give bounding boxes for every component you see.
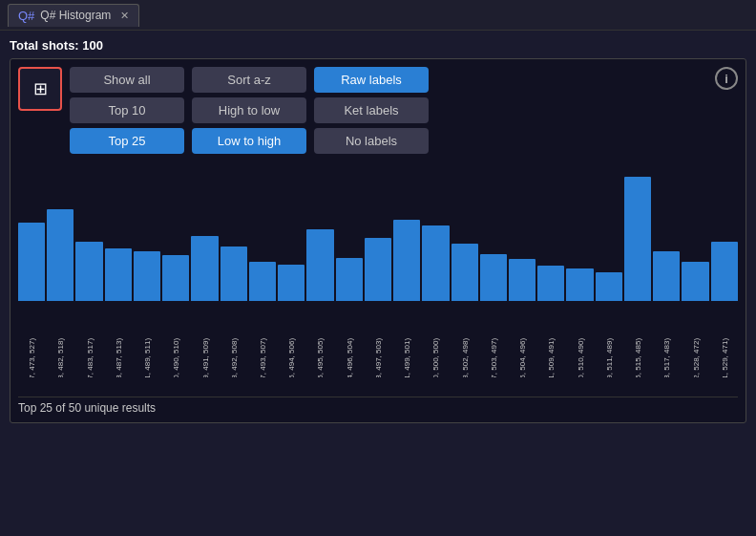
- bar-label: (487, 513, 487, 513): [114, 335, 122, 377]
- tab-icon: Q#: [18, 9, 34, 23]
- histogram-bar[interactable]: [711, 242, 738, 301]
- histogram-bar[interactable]: [336, 258, 363, 301]
- bar-label: (493, 507, 493, 507): [258, 335, 266, 377]
- filter-icon-button[interactable]: ⊞: [18, 67, 62, 111]
- bar-wrapper: (503, 497, 503, 497): [480, 167, 507, 301]
- bar-label: (517, 483, 517, 483): [662, 335, 671, 377]
- bar-wrapper: (492, 508, 492, 508): [220, 167, 247, 301]
- no-labels-button[interactable]: No labels: [314, 128, 429, 154]
- bar-label: (503, 497, 503, 497): [489, 335, 497, 377]
- bar-wrapper: (493, 507, 493, 507): [249, 167, 276, 301]
- chart-container: (473, 527, 473, 527)(482, 518, 482, 518)…: [18, 163, 738, 393]
- sort-group: Sort a-z High to low Low to high: [192, 67, 306, 154]
- bar-label: (504, 496, 504, 496): [518, 335, 527, 377]
- tab-label: Q# Histogram: [40, 9, 111, 22]
- bar-wrapper: (517, 483, 517, 483): [653, 167, 680, 301]
- bar-wrapper: (499, 501, 499, 501): [393, 167, 420, 301]
- bar-wrapper: (515, 485, 515, 485): [624, 167, 651, 301]
- top-10-button[interactable]: Top 10: [70, 97, 184, 123]
- bar-wrapper: (502, 498, 502, 498): [452, 167, 478, 301]
- bar-wrapper: (487, 513, 487, 513): [105, 167, 132, 301]
- histogram-bar[interactable]: [18, 223, 45, 301]
- histogram-bar[interactable]: [452, 244, 478, 301]
- bar-wrapper: (473, 527, 473, 527): [18, 167, 45, 301]
- histogram-bar[interactable]: [566, 268, 593, 301]
- histogram-bar[interactable]: [306, 229, 333, 301]
- bar-label: (483, 517, 483, 517): [85, 335, 94, 377]
- bar-wrapper: (500, 500, 500, 500): [422, 167, 449, 301]
- title-bar: Q# Q# Histogram ✕: [0, 0, 756, 31]
- histogram-tab[interactable]: Q# Q# Histogram ✕: [8, 4, 139, 27]
- chart-footer: Top 25 of 50 unique results: [18, 397, 738, 415]
- histogram-bar[interactable]: [365, 238, 391, 301]
- bar-wrapper: (504, 496, 504, 496): [509, 167, 536, 301]
- label-group: Raw labels Ket labels No labels: [314, 67, 429, 154]
- bar-label: (489, 511, 489, 511): [143, 335, 152, 377]
- bar-label: (515, 485, 515, 485): [634, 335, 642, 377]
- main-panel: Total shots: 100 i ⊞ Show all Top 10 Top…: [0, 31, 756, 431]
- ket-labels-button[interactable]: Ket labels: [314, 97, 429, 123]
- histogram-bar[interactable]: [509, 259, 536, 301]
- top-25-button[interactable]: Top 25: [70, 128, 184, 154]
- bar-wrapper: (489, 511, 489, 511): [134, 167, 160, 301]
- histogram-bar[interactable]: [75, 242, 102, 301]
- histogram-bar[interactable]: [105, 248, 132, 301]
- bar-label: (499, 501, 499, 501): [403, 335, 411, 377]
- bar-wrapper: (491, 509, 491, 509): [191, 167, 218, 301]
- total-shots-label: Total shots: 100: [10, 38, 746, 53]
- close-tab-button[interactable]: ✕: [120, 10, 129, 22]
- histogram-chart: (473, 527, 473, 527)(482, 518, 482, 518)…: [18, 167, 738, 377]
- bar-label: (509, 491, 509, 491): [547, 335, 556, 377]
- bar-label: (473, 527, 473, 527): [28, 335, 36, 377]
- bar-label: (510, 490, 510, 490): [576, 335, 584, 377]
- histogram-bar[interactable]: [653, 251, 680, 301]
- histogram-bar[interactable]: [480, 254, 507, 301]
- bar-wrapper: (494, 506, 494, 506): [278, 167, 304, 301]
- high-to-low-button[interactable]: High to low: [192, 97, 306, 123]
- raw-labels-button[interactable]: Raw labels: [314, 67, 429, 93]
- bar-wrapper: (510, 490, 510, 490): [566, 167, 593, 301]
- info-icon[interactable]: i: [715, 67, 738, 90]
- bar-wrapper: (490, 510, 490, 510): [162, 167, 189, 301]
- bar-label: (492, 508, 492, 508): [229, 335, 238, 377]
- bar-label: (491, 509, 491, 509): [200, 335, 209, 377]
- histogram-bar[interactable]: [220, 247, 247, 301]
- histogram-bar[interactable]: [249, 262, 276, 301]
- bar-wrapper: (482, 518, 482, 518): [47, 167, 74, 301]
- bar-wrapper: (509, 491, 509, 491): [537, 167, 564, 301]
- histogram-bar[interactable]: [422, 225, 449, 301]
- histogram-bar[interactable]: [134, 251, 160, 301]
- bar-wrapper: (497, 503, 497, 503): [365, 167, 391, 301]
- bar-wrapper: (496, 504, 496, 504): [336, 167, 363, 301]
- bar-label: (494, 506, 494, 506): [287, 335, 296, 377]
- bar-label: (529, 471, 529, 471): [720, 335, 728, 377]
- bar-wrapper: (528, 472, 528, 472): [682, 167, 708, 301]
- low-to-high-button[interactable]: Low to high: [192, 128, 306, 154]
- bar-label: (496, 504, 496, 504): [345, 335, 353, 377]
- sort-az-button[interactable]: Sort a-z: [192, 67, 306, 93]
- controls-row: ⊞ Show all Top 10 Top 25 Sort a-z High t…: [18, 67, 738, 154]
- bar-label: (495, 505, 495, 505): [316, 335, 325, 377]
- histogram-bar[interactable]: [624, 177, 651, 301]
- show-all-button[interactable]: Show all: [70, 67, 184, 93]
- filter-group: Show all Top 10 Top 25: [70, 67, 184, 154]
- bar-label: (500, 500, 500, 500): [431, 335, 440, 377]
- bar-label: (502, 498, 502, 498): [460, 335, 469, 377]
- bar-wrapper: (511, 489, 511, 489): [596, 167, 622, 301]
- histogram-bar[interactable]: [682, 262, 708, 301]
- bar-label: (482, 518, 482, 518): [56, 335, 65, 377]
- histogram-bar[interactable]: [596, 272, 622, 301]
- bar-label: (497, 503, 497, 503): [373, 335, 382, 377]
- histogram-bar[interactable]: [393, 220, 420, 301]
- content-area: i ⊞ Show all Top 10 Top 25 Sort a-z High…: [10, 58, 746, 423]
- bar-label: (511, 489, 511, 489): [604, 335, 613, 377]
- bar-wrapper: (529, 471, 529, 471): [711, 167, 738, 301]
- bar-label: (490, 510, 490, 510): [172, 335, 180, 377]
- histogram-bar[interactable]: [162, 255, 189, 301]
- controls-section: Show all Top 10 Top 25 Sort a-z High to …: [70, 67, 429, 154]
- bar-label: (528, 472, 528, 472): [691, 335, 700, 377]
- histogram-bar[interactable]: [47, 209, 74, 301]
- histogram-bar[interactable]: [191, 236, 218, 301]
- histogram-bar[interactable]: [537, 266, 564, 301]
- histogram-bar[interactable]: [278, 265, 304, 301]
